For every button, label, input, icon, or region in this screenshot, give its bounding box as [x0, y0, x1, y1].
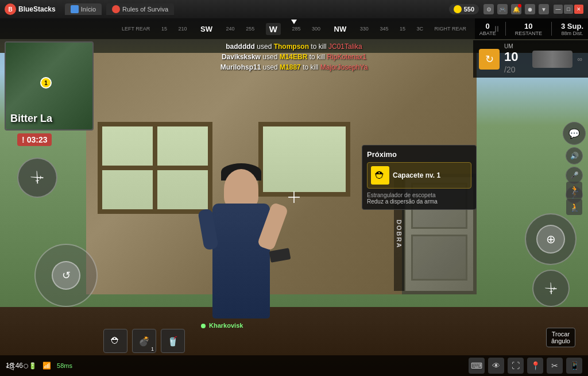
supply-value: 3 Sup.: [561, 22, 583, 30]
action-chars: 🏃 🧎: [566, 182, 582, 215]
ammo-current: 10: [504, 49, 518, 64]
weapon-ammo-display: 10 /20: [504, 49, 528, 75]
dist-value: 88m Dist.: [561, 30, 583, 36]
window-controls: — □ ✕: [554, 5, 583, 14]
kf3-victim: MajorJosephYa: [320, 63, 368, 71]
maximize-button[interactable]: □: [564, 5, 573, 14]
minimize-button[interactable]: —: [554, 5, 563, 14]
item-medkit-slot[interactable]: 🥤: [161, 329, 185, 353]
window-cross-v: [153, 126, 157, 209]
coin-icon: [454, 5, 462, 13]
player-character: Kharkovisk: [195, 158, 287, 319]
pickup-panel: Próximo ⛑ Capacete nv. 1 Estrangulador d…: [362, 145, 477, 210]
remaining-value: 10: [524, 22, 532, 30]
chat-icon[interactable]: 💬: [563, 122, 586, 145]
compass-255: 255: [246, 26, 254, 32]
tab-home-icon: [71, 5, 79, 13]
tab-game[interactable]: Rules of Surviva: [106, 3, 174, 15]
aim-button[interactable]: ⊕: [525, 213, 577, 265]
compass-15b: 15: [400, 26, 405, 32]
nav-buttons: ◁ ○: [0, 355, 35, 376]
kf2-user: Davikskskw: [222, 53, 261, 61]
coin-display: 550: [449, 4, 479, 14]
weapon-panel: ↻ UM 10 /20 ∞: [473, 40, 588, 78]
minimap: 1 Bitter La: [5, 41, 94, 131]
compass-sw: SW: [198, 24, 215, 34]
remaining-label: RESTANTE: [515, 30, 542, 36]
crosshair-vertical: [293, 191, 295, 203]
timer-icon: !: [22, 135, 25, 144]
keyboard-icon[interactable]: ⌨: [469, 358, 485, 374]
item-helmet-slot[interactable]: ⛑: [103, 329, 127, 353]
stat-kills: 0 ABATE: [479, 22, 496, 36]
back-button[interactable]: ◁: [6, 359, 14, 372]
compass-300: 300: [312, 26, 320, 32]
minimap-label: Bitter La: [10, 113, 52, 125]
pickup-desc: Estrangulador de escopeta: [367, 192, 471, 198]
weapon-refresh-icon[interactable]: ↻: [479, 49, 500, 70]
grenade-count: 1: [151, 346, 154, 352]
stat-divider-1: [505, 22, 506, 36]
compass-nw: NW: [332, 24, 349, 34]
pickup-note: Reduz a dispersão da arma: [367, 198, 471, 205]
action-char-2[interactable]: 🧎: [566, 199, 582, 215]
game-icon: [112, 5, 120, 13]
kf1-victim: JC01Talika: [328, 43, 362, 51]
trocar-button[interactable]: Trocarângulo: [546, 328, 575, 347]
weapon-info: UM 10 /20: [504, 43, 528, 75]
compass-right-rear: RIGHT REAR: [435, 26, 466, 32]
item-grenade-slot[interactable]: 💣 1: [132, 329, 156, 353]
killfeed-item-2: Davikskskw used M14EBR to kill RipKotena…: [220, 52, 368, 62]
knife-button-right[interactable]: ⚔: [524, 262, 577, 315]
record-icon[interactable]: ⏺: [525, 4, 535, 14]
killfeed-item-1: baddddd used Thompson to kill JC01Talika: [220, 41, 368, 52]
kf2-weapon: M14EBR: [280, 53, 308, 61]
kf1-user: baddddd: [226, 43, 255, 51]
pickup-item-helmet[interactable]: ⛑ Capacete nv. 1: [367, 162, 471, 189]
map-pin-icon[interactable]: 📍: [527, 358, 543, 374]
scissors-icon[interactable]: ✂: [547, 358, 563, 374]
tab-inicio[interactable]: Início: [65, 3, 102, 15]
kf3-user: Murilohsp11: [220, 63, 261, 71]
titlebar: B BlueStacks Início Rules of Surviva 550…: [0, 0, 588, 18]
player-name: Kharkovisk: [201, 322, 243, 329]
door-panel-bottom: [411, 235, 467, 281]
home-button[interactable]: ○: [23, 360, 29, 372]
coin-value: 550: [464, 6, 474, 13]
kf3-weapon: M1887: [280, 63, 301, 71]
joystick-left[interactable]: ↺: [34, 244, 98, 307]
close-button[interactable]: ✕: [574, 5, 583, 14]
mobile-icon[interactable]: 📱: [566, 358, 582, 374]
brand-name: BlueStacks: [18, 5, 56, 13]
notification-dot: [518, 4, 521, 7]
compass-285: 285: [292, 26, 300, 32]
helmet-icon: ⛑: [371, 166, 389, 185]
compass-240: 240: [226, 26, 235, 32]
ping-display: 58ms: [57, 362, 72, 369]
weapon-infinity: ∞: [577, 55, 582, 63]
volume-icon[interactable]: 🔊: [566, 147, 583, 164]
expand-icon[interactable]: ⛶: [508, 358, 524, 374]
compass-345: 345: [380, 26, 388, 32]
settings-icon[interactable]: ⚙: [483, 4, 494, 14]
compass-210: 210: [178, 26, 187, 32]
bell-icon[interactable]: 🔔: [511, 4, 521, 14]
compass-330: 330: [360, 26, 369, 32]
kills-label: ABATE: [479, 30, 496, 36]
ammo-total: /20: [504, 65, 515, 74]
kf2-victim: RipKotenax1: [327, 53, 366, 61]
action-char-1[interactable]: 🏃: [566, 182, 582, 198]
compass-30: 3C: [417, 26, 424, 32]
controller-icon[interactable]: 🎮: [497, 4, 508, 14]
timer-value: 03:23: [27, 135, 48, 144]
compass-inner: LEFT REAR 15 210 SW 240 255 W 285 300 NW…: [122, 23, 466, 35]
bottom-icons: ⌨ 👁 ⛶ 📍 ✂ 📱: [469, 358, 582, 374]
pickup-item-details: Capacete nv. 1: [393, 171, 440, 179]
compass-arrow: [291, 20, 297, 24]
items-row: ⛑ 💣 1 🥤: [103, 329, 185, 353]
eye-icon[interactable]: 👁: [488, 358, 504, 374]
network-icon[interactable]: ▼: [539, 4, 549, 14]
joystick-inner-left: ↺: [52, 261, 80, 290]
minimap-marker: 1: [40, 77, 52, 89]
pickup-title: Próximo: [367, 150, 471, 159]
